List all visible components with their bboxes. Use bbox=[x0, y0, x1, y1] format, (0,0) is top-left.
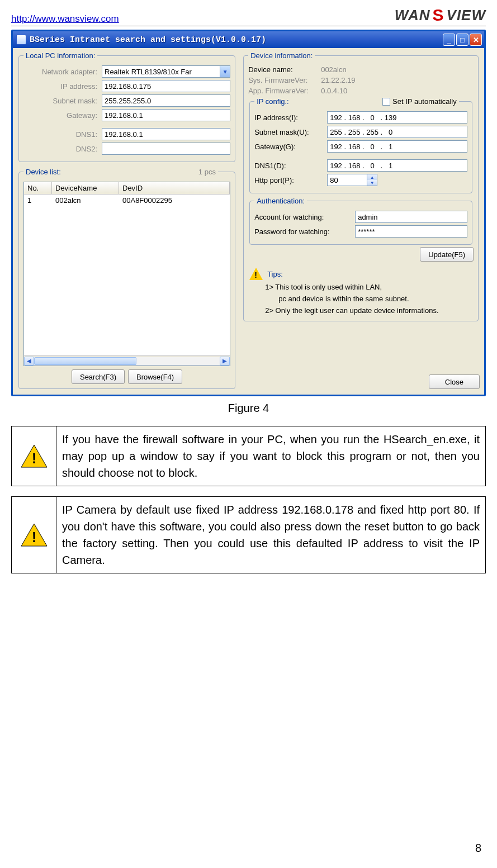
local-subnet-input[interactable] bbox=[102, 94, 230, 107]
note1-text: If you have the firewall software in you… bbox=[56, 426, 486, 486]
local-ip-input[interactable] bbox=[102, 80, 230, 92]
gateway-label: Gateway: bbox=[23, 111, 102, 120]
tip-line-1b: pc and device is within the same subnet. bbox=[278, 293, 474, 305]
note2-icon-cell: ! bbox=[12, 497, 56, 573]
dev-subnet-label: Subnet mask(U): bbox=[254, 128, 327, 136]
update-button[interactable]: Update(F5) bbox=[420, 247, 474, 262]
dev-gateway-input[interactable] bbox=[327, 140, 467, 153]
logo-pre: WAN bbox=[395, 7, 430, 24]
search-button[interactable]: Search(F3) bbox=[72, 369, 125, 384]
device-info-group: Device information: Device name: 002alcn… bbox=[243, 51, 479, 321]
row-no: 1 bbox=[24, 196, 52, 205]
sysfw-value: 21.22.2.19 bbox=[321, 76, 355, 84]
ip-config-legend: IP config.: Set IP automatically bbox=[254, 97, 459, 106]
note-table-1: ! If you have the firewall software in y… bbox=[11, 426, 486, 486]
browse-button[interactable]: Browse(F4) bbox=[128, 369, 182, 384]
note-table-2: ! IP Camera by default use fixed IP addr… bbox=[11, 496, 486, 573]
spinner-down-icon[interactable]: ▼ bbox=[367, 180, 377, 186]
svg-text:!: ! bbox=[31, 529, 36, 546]
device-name-label: Device name: bbox=[248, 65, 321, 74]
table-row[interactable]: 1 002alcn 00A8F0002295 bbox=[24, 195, 230, 206]
local-dns1-input[interactable] bbox=[102, 128, 230, 140]
http-port-input[interactable] bbox=[327, 174, 367, 186]
account-input[interactable] bbox=[355, 211, 467, 223]
tips-heading: Tips: bbox=[267, 270, 283, 278]
logo-post: VIEW bbox=[447, 7, 486, 24]
ip-config-group: IP config.: Set IP automatically IP addr… bbox=[249, 97, 472, 193]
spinner-up-icon[interactable]: ▲ bbox=[367, 174, 377, 180]
chevron-down-icon[interactable]: ▼ bbox=[220, 65, 230, 78]
scroll-left-icon[interactable]: ◀ bbox=[24, 357, 34, 366]
maximize-button[interactable]: □ bbox=[456, 34, 468, 46]
note1-icon-cell: ! bbox=[12, 426, 56, 486]
minimize-button[interactable]: _ bbox=[443, 34, 455, 46]
dev-ip-input[interactable] bbox=[327, 111, 467, 124]
scroll-track[interactable] bbox=[34, 357, 220, 366]
dev-dns1-input[interactable] bbox=[327, 159, 467, 172]
window-title: BSeries Intranet search and settings(V1.… bbox=[30, 35, 266, 45]
ip-address-label: IP address: bbox=[23, 82, 102, 91]
svg-text:!: ! bbox=[31, 450, 36, 467]
subnet-mask-label: Subnet mask: bbox=[23, 97, 102, 105]
dev-subnet-input[interactable] bbox=[327, 126, 467, 138]
tips-block: Tips: 1> This tool is only used within L… bbox=[248, 264, 474, 316]
window-titlebar[interactable]: BSeries Intranet search and settings(V1.… bbox=[13, 31, 484, 48]
dev-dns1-label: DNS1(D): bbox=[254, 162, 327, 170]
figure-caption: Figure 4 bbox=[11, 402, 486, 415]
device-name-value: 002alcn bbox=[321, 65, 347, 74]
local-pc-legend: Local PC information: bbox=[23, 51, 97, 60]
tips-warning-icon bbox=[248, 266, 264, 282]
network-adapter-select[interactable] bbox=[102, 65, 220, 78]
warning-icon: ! bbox=[20, 523, 48, 547]
close-window-button[interactable]: ✕ bbox=[470, 34, 482, 46]
wansview-logo: WAN S VIEW bbox=[395, 6, 486, 25]
logo-s-icon: S bbox=[432, 6, 446, 25]
checkbox-icon[interactable] bbox=[382, 98, 390, 106]
device-list-header-row: No. DeviceName DevID bbox=[24, 182, 230, 195]
appfw-label: App. FirmwareVer: bbox=[248, 87, 321, 95]
dns2-label: DNS2: bbox=[23, 145, 102, 153]
col-device-name[interactable]: DeviceName bbox=[52, 182, 119, 194]
close-button[interactable]: Close bbox=[429, 374, 480, 389]
wansview-url-link[interactable]: http://www.wansview.com bbox=[11, 13, 119, 25]
device-list-group: Device list: 1 pcs No. DeviceName DevID … bbox=[18, 168, 235, 389]
password-input[interactable] bbox=[355, 225, 467, 238]
scroll-right-icon[interactable]: ▶ bbox=[220, 357, 230, 366]
row-name: 002alcn bbox=[52, 196, 119, 205]
appfw-value: 0.0.4.10 bbox=[321, 87, 347, 95]
search-settings-window: BSeries Intranet search and settings(V1.… bbox=[11, 30, 486, 396]
col-device-id[interactable]: DevID bbox=[119, 182, 230, 194]
col-no[interactable]: No. bbox=[24, 182, 52, 194]
page-header: http://www.wansview.com WAN S VIEW bbox=[11, 6, 486, 26]
local-gateway-input[interactable] bbox=[102, 109, 230, 121]
sysfw-label: Sys. FirmwareVer: bbox=[248, 76, 321, 84]
tip-line-1: 1> This tool is only used within LAN, bbox=[265, 282, 474, 293]
note2-text: IP Camera by default use fixed IP addres… bbox=[56, 497, 486, 573]
scroll-thumb[interactable] bbox=[34, 357, 136, 365]
tip-line-2: 2> Only the legit user can update device… bbox=[265, 305, 474, 317]
ip-config-title: IP config.: bbox=[257, 97, 289, 106]
dev-gateway-label: Gateway(G): bbox=[254, 143, 327, 151]
device-info-legend: Device information: bbox=[248, 51, 315, 60]
set-ip-auto-checkbox[interactable]: Set IP automatically bbox=[382, 97, 457, 106]
local-pc-group: Local PC information: Network adapter: ▼… bbox=[18, 51, 235, 162]
device-list-title: Device list: bbox=[26, 168, 61, 176]
device-list-legend: Device list: 1 pcs bbox=[23, 168, 218, 176]
device-count: 1 pcs bbox=[198, 168, 216, 176]
network-adapter-label: Network adapter: bbox=[23, 68, 102, 76]
set-ip-auto-label: Set IP automatically bbox=[392, 97, 457, 106]
account-label: Account for watching: bbox=[254, 213, 355, 221]
dev-ip-label: IP address(I): bbox=[254, 113, 327, 122]
port-spinner[interactable]: ▲ ▼ bbox=[367, 174, 377, 186]
horizontal-scrollbar[interactable]: ◀ ▶ bbox=[24, 355, 230, 366]
password-label: Password for watching: bbox=[254, 227, 355, 236]
app-icon bbox=[16, 35, 26, 45]
device-list-box[interactable]: No. DeviceName DevID 1 002alcn 00A8F0002… bbox=[23, 182, 230, 366]
dev-port-label: Http port(P): bbox=[254, 176, 327, 184]
auth-legend: Authentication: bbox=[254, 197, 307, 205]
page-number: 8 bbox=[475, 842, 481, 855]
local-dns2-input[interactable] bbox=[102, 143, 230, 155]
dns1-label: DNS1: bbox=[23, 130, 102, 139]
warning-icon: ! bbox=[20, 444, 48, 468]
row-id: 00A8F0002295 bbox=[119, 196, 230, 205]
